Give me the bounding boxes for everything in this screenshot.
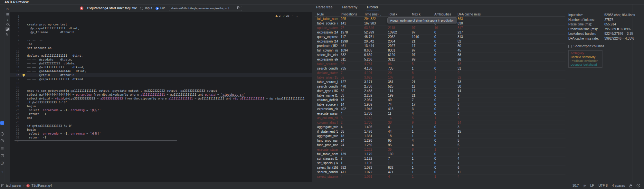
folder-icon[interactable] bbox=[237, 7, 240, 9]
tabs-divider bbox=[312, 11, 644, 11]
table-row[interactable]: table_name (1777)332.2521992109 bbox=[315, 93, 565, 98]
code-line: 12—— —— @sysdate dtdate, bbox=[10, 58, 312, 61]
radio-on-icon bbox=[156, 7, 159, 10]
refresh-button[interactable]: ↻ bbox=[5, 7, 10, 11]
table-row[interactable]: table_sources (1580)964.781965218 bbox=[315, 62, 565, 66]
run-tool-button[interactable]: ▸ bbox=[0, 132, 4, 136]
column-header[interactable]: DFA cache miss bbox=[455, 12, 565, 16]
terminal-tool-button[interactable]: › bbox=[0, 154, 4, 157]
table-row[interactable]: aggregate_windowed...41.4954103 bbox=[315, 125, 565, 129]
code-line: 32 return -1 bbox=[10, 136, 312, 139]
table-stats-divider bbox=[566, 5, 566, 182]
table-row[interactable]: table_source_item (15...1273.17138121013 bbox=[315, 80, 565, 84]
file-radio[interactable]: File bbox=[156, 6, 166, 10]
indent-setting[interactable]: 4 spaces bbox=[612, 184, 625, 187]
project-name[interactable]: tsql-parser bbox=[6, 184, 21, 187]
table-row[interactable]: table_source_item (15...141.959741708 bbox=[315, 102, 565, 107]
notifications-icon[interactable]: ! bbox=[637, 184, 640, 187]
table-row[interactable]: aggregate_windowed...181.33118101 bbox=[315, 134, 565, 138]
table-row[interactable]: select_statement (14...41.0614114 bbox=[315, 175, 565, 179]
column-header[interactable]: Ambiguities bbox=[432, 12, 455, 16]
table-row[interactable]: set_special (1485)11.1051101 bbox=[315, 161, 565, 165]
vcs-tool-button[interactable]: ʮ bbox=[0, 169, 4, 173]
code-line: 30begin bbox=[10, 128, 312, 132]
table-row[interactable]: search_condition (1516)4711.0724711011 bbox=[315, 170, 565, 175]
branch-icon: ʮ bbox=[1, 170, 3, 173]
column-header[interactable]: Max k bbox=[409, 12, 432, 16]
table-row[interactable]: execute_statement (7...51.22235614 bbox=[315, 147, 565, 152]
tab-parse-tree[interactable]: Parse tree bbox=[316, 5, 333, 11]
prev-issue-button[interactable]: ⌃ bbox=[292, 14, 294, 17]
table-row[interactable]: select_list (1581)6321.073632106 bbox=[315, 165, 565, 170]
next-issue-button[interactable]: ⌄ bbox=[296, 14, 298, 17]
column-header[interactable]: Rule bbox=[315, 12, 338, 16]
table-row[interactable]: func_proc_name_serv...241.28995405 bbox=[315, 143, 565, 147]
table-row[interactable]: expression_elem (1590)6115.266321199026 bbox=[315, 57, 565, 62]
inspections-widget[interactable]: 2 ✓23 ⌃ ⌄ bbox=[275, 14, 298, 17]
table-row[interactable]: full_table_name (1773)1391.179139107 bbox=[315, 152, 565, 156]
expert-columns-option[interactable]: Show expert columns bbox=[568, 44, 604, 48]
input-radio[interactable]: Input bbox=[140, 6, 152, 10]
table-row[interactable]: select_list_elem (1592)6326.669612997038 bbox=[315, 53, 565, 57]
hierarchy-view-button[interactable] bbox=[5, 32, 10, 36]
code-line: 23if @a333333333333 !='0' bbox=[10, 100, 312, 104]
table-row[interactable]: sql_clauses (12)71.1227104 bbox=[315, 156, 565, 161]
caret-position[interactable]: 30:7 bbox=[573, 184, 579, 187]
problems-tool-button[interactable]: ! bbox=[0, 161, 4, 165]
table-row[interactable]: table_alias (1598)523.6291079162 bbox=[315, 75, 565, 80]
line-number: 20 bbox=[10, 89, 21, 93]
table-row[interactable]: expression (1498)199820.342206421082 bbox=[315, 39, 565, 44]
stat-row: Lookahead burden:92246/27576 = 3.35 bbox=[568, 32, 639, 36]
table-row[interactable]: func_proc_name_data...241.29895405 bbox=[315, 138, 565, 143]
table-row[interactable]: expression (1495)197852.99910982970237 bbox=[315, 30, 565, 35]
table-row[interactable]: column_alias (1602)21.703389114 bbox=[315, 120, 565, 125]
table-row[interactable]: search_condition (1517)4702.78652511030 bbox=[315, 84, 565, 89]
stat-row: DFA cache miss rate:3992/92246 = 4.33% bbox=[568, 36, 639, 41]
services-tool-button[interactable] bbox=[0, 146, 4, 150]
table-row[interactable]: as_column_alias (16...31.74214516 bbox=[315, 116, 565, 120]
line-ending[interactable]: LF bbox=[590, 184, 594, 187]
code-line: 28 bbox=[10, 120, 312, 124]
table-row[interactable]: full_column_name (17...10948.63583019704… bbox=[315, 48, 565, 53]
tooltip-text: Rough estimate of time (ms) spent in pre… bbox=[390, 19, 454, 22]
table-row[interactable]: predicate (1525)46113.444292717080 bbox=[315, 44, 565, 48]
status-bar: tsql-parser › A TSqlParser.g4 30:7 ✎ LF … bbox=[0, 182, 644, 189]
column-header[interactable]: Time (ms)⌄ bbox=[362, 12, 385, 16]
table-row[interactable]: data_type (1829)322.48811417014 bbox=[315, 89, 565, 93]
line-number: 13 bbox=[10, 61, 21, 65]
horizontal-scrollbar[interactable] bbox=[14, 140, 177, 141]
file-path-input[interactable]: ebelice/Github/tsql-parser/examples/big.… bbox=[169, 6, 242, 11]
table-row[interactable]: update_statement (9...7663.6462118971681… bbox=[315, 26, 565, 30]
scroll-to-source-button[interactable]: ↓ bbox=[5, 17, 10, 22]
table-row[interactable]: query_expression (1527)11748.76120621910… bbox=[315, 35, 565, 39]
column-header[interactable]: Invocations bbox=[338, 12, 362, 16]
tab-profiler[interactable]: Profiler bbox=[366, 5, 379, 11]
code-editor[interactable]: 1 2 3create proc up_com_test4 @p_vipa111… bbox=[10, 12, 312, 182]
column-header[interactable]: Total k bbox=[385, 12, 409, 16]
antlr-tool-button[interactable]: A bbox=[0, 139, 4, 143]
table-row[interactable]: column_definition (1421)182.06449707 bbox=[315, 98, 565, 102]
table-row[interactable]: if_statement (31)351.476441015 bbox=[315, 129, 565, 134]
code-line: 25 select errorcode = -1, errormsg = '执行… bbox=[10, 108, 312, 112]
profiler-view-button[interactable] bbox=[5, 27, 10, 31]
antlr-preview-tool-button[interactable] bbox=[0, 121, 4, 125]
table-row[interactable]: search_condition (1519)7354.1587351031 bbox=[315, 66, 565, 71]
intention-bulb-icon[interactable] bbox=[23, 74, 25, 76]
code-line: 13—— —— @a2222222222 dtdate, bbox=[10, 61, 312, 65]
code-line: 29if @vipa333333333333 !='0' bbox=[10, 124, 312, 128]
table-row[interactable]: expression_elem (1589)4021.948413308 bbox=[315, 107, 565, 111]
file-name[interactable]: TSqlParser.g4 bbox=[32, 184, 52, 187]
table-row[interactable]: declare_statement (8...74.10129829 bbox=[315, 71, 565, 75]
search-button[interactable] bbox=[5, 22, 10, 26]
checkbox-icon[interactable] bbox=[568, 45, 572, 48]
stat-row: Parse time (ms):855.914 bbox=[568, 22, 639, 27]
stop-button[interactable] bbox=[5, 12, 10, 16]
table-row[interactable]: execute_parameter (1...41.75811403 bbox=[315, 111, 565, 116]
code-line: 2 bbox=[10, 19, 312, 23]
readonly-pen-icon[interactable]: ✎ bbox=[583, 184, 586, 187]
encoding[interactable]: UTF-8 bbox=[599, 184, 608, 187]
preview-tabs: Parse treeHierarchyProfiler bbox=[316, 5, 379, 11]
lock-icon[interactable] bbox=[630, 185, 632, 187]
legend-item: Context-sensitivity bbox=[571, 55, 600, 59]
tab-hierarchy[interactable]: Hierarchy bbox=[342, 5, 358, 11]
